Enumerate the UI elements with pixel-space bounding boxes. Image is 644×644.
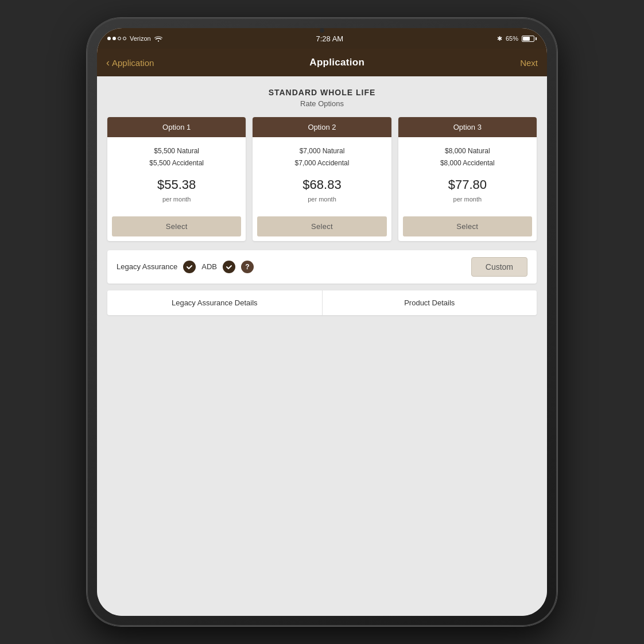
tablet-screen: Verizon 7:28 AM ✱ 65% xyxy=(97,28,547,616)
page-title: Application xyxy=(309,57,364,68)
signal-dots xyxy=(107,37,126,40)
signal-dot-3 xyxy=(118,37,121,40)
wifi-icon xyxy=(154,36,162,42)
signal-dot-1 xyxy=(107,37,111,40)
battery-tip xyxy=(536,37,537,40)
option-1-natural: $5,500 Natural xyxy=(154,146,199,156)
option-2-per-month: per month xyxy=(308,196,336,203)
status-right: ✱ 65% xyxy=(497,35,537,42)
option-1-header: Option 1 xyxy=(107,117,246,137)
option-3-price: $77.80 xyxy=(448,177,487,192)
signal-dot-2 xyxy=(112,37,116,40)
detail-links: Legacy Assurance Details Product Details xyxy=(107,290,537,315)
option-1-price: $55.38 xyxy=(157,177,196,192)
legacy-assurance-toggle[interactable] xyxy=(183,261,196,273)
battery-body xyxy=(522,36,534,42)
adb-label: ADB xyxy=(201,262,217,271)
product-details-button[interactable]: Product Details xyxy=(323,290,537,315)
battery-percent: 65% xyxy=(506,35,518,42)
option-2-natural: $7,000 Natural xyxy=(300,146,345,156)
option-card-1: Option 1 $5,500 Natural $5,500 Accidenta… xyxy=(107,117,246,241)
options-grid: Option 1 $5,500 Natural $5,500 Accidenta… xyxy=(107,117,537,241)
help-icon[interactable]: ? xyxy=(241,261,254,273)
legacy-assurance-label: Legacy Assurance xyxy=(117,262,177,271)
back-button[interactable]: ‹ Application xyxy=(106,57,154,69)
status-time: 7:28 AM xyxy=(316,34,343,43)
back-arrow-icon: ‹ xyxy=(106,57,110,69)
option-1-accidental: $5,500 Accidental xyxy=(149,158,204,168)
navigation-bar: ‹ Application Application Next xyxy=(97,49,547,76)
battery-indicator xyxy=(522,36,537,42)
content-area: STANDARD WHOLE LIFE Rate Options Option … xyxy=(97,76,547,616)
adb-toggle[interactable] xyxy=(223,261,235,273)
option-2-accidental: $7,000 Accidental xyxy=(295,158,350,168)
option-2-select-button[interactable]: Select xyxy=(257,216,386,236)
tablet-device: Verizon 7:28 AM ✱ 65% xyxy=(87,18,557,626)
camera-notch xyxy=(320,28,324,33)
option-3-accidental: $8,000 Accidental xyxy=(440,158,495,168)
bluetooth-icon: ✱ xyxy=(497,35,502,42)
legacy-assurance-details-button[interactable]: Legacy Assurance Details xyxy=(107,290,323,315)
option-3-natural: $8,000 Natural xyxy=(445,146,490,156)
option-3-per-month: per month xyxy=(453,196,482,203)
option-3-select-button[interactable]: Select xyxy=(403,216,532,236)
status-left: Verizon xyxy=(107,35,162,42)
next-button[interactable]: Next xyxy=(520,58,538,68)
option-3-header: Option 3 xyxy=(398,117,537,137)
option-card-3: Option 3 $8,000 Natural $8,000 Accidenta… xyxy=(398,117,537,241)
battery-fill xyxy=(523,37,530,41)
option-1-select-button[interactable]: Select xyxy=(112,216,241,236)
option-1-per-month: per month xyxy=(162,196,191,203)
custom-button[interactable]: Custom xyxy=(471,257,527,277)
bottom-controls: Legacy Assurance ADB ? Custom xyxy=(107,250,537,284)
option-card-2: Option 2 $7,000 Natural $7,000 Accidenta… xyxy=(253,117,391,241)
back-label: Application xyxy=(112,58,154,68)
product-title: STANDARD WHOLE LIFE xyxy=(107,88,537,97)
option-2-price: $68.83 xyxy=(302,177,341,192)
option-3-body: $8,000 Natural $8,000 Accidental $77.80 … xyxy=(398,137,537,212)
option-2-header: Option 2 xyxy=(253,117,391,137)
toggles-row: Legacy Assurance ADB ? xyxy=(117,261,254,273)
carrier-label: Verizon xyxy=(130,35,151,42)
signal-dot-4 xyxy=(123,37,126,40)
option-2-body: $7,000 Natural $7,000 Accidental $68.83 … xyxy=(253,137,391,212)
rate-options-title: Rate Options xyxy=(107,99,537,108)
option-1-body: $5,500 Natural $5,500 Accidental $55.38 … xyxy=(107,137,246,212)
